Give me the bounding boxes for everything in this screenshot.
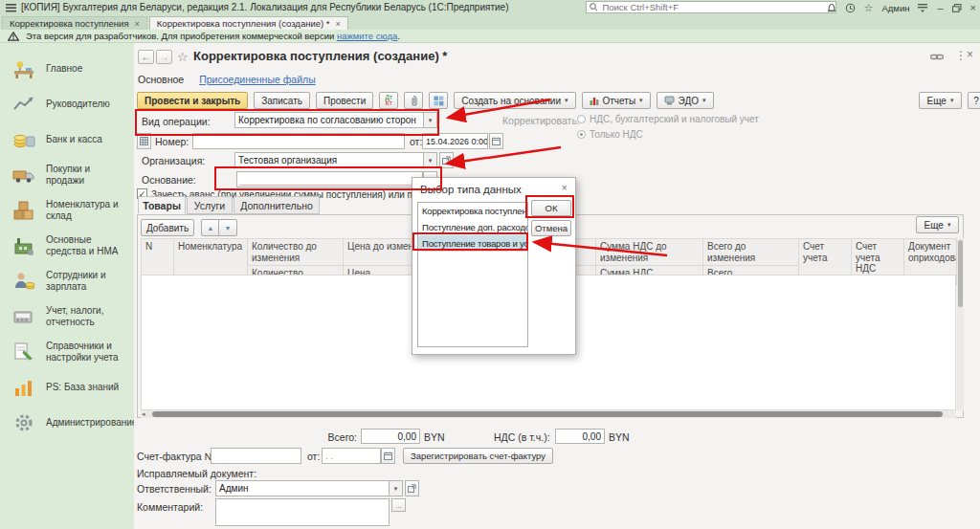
scroll-left-icon[interactable]: ◂ — [142, 410, 145, 418]
sections-panel: Главное Руководителю Банк и касса Покупк… — [0, 43, 134, 529]
vat-field[interactable]: 0,00 — [555, 429, 605, 444]
tab-additional[interactable]: Дополнительно — [234, 196, 320, 214]
total-label: Всего: — [280, 431, 357, 443]
tab-close-icon[interactable]: × — [336, 19, 341, 29]
show-postings-button[interactable]: ДтКт — [379, 92, 398, 109]
sidebar-item-inventory[interactable]: Номенклатура и склад — [0, 192, 134, 228]
sidebar-item-manager[interactable]: Руководителю — [0, 86, 134, 121]
window-tab-document[interactable]: Корректировка поступления (создание) * × — [149, 16, 348, 30]
dialog-close-icon[interactable]: × — [562, 182, 568, 193]
comment-textarea[interactable] — [215, 498, 390, 526]
organization-dropdown[interactable]: ▾ — [424, 152, 437, 168]
form-navigation: Основное Присоединенные файлы — [138, 74, 316, 85]
list-item-correction[interactable]: Корректировка поступления — [418, 203, 527, 219]
field-value: Админ — [219, 483, 249, 494]
table-horizontal-scrollbar[interactable]: ◂ — [141, 410, 956, 418]
adjust-label: Корректировать: — [502, 115, 580, 126]
commercial-version-link[interactable]: нажмите сюда — [337, 31, 397, 41]
list-item-additional-expenses[interactable]: Поступление доп. расходов — [418, 219, 527, 235]
operation-type-field[interactable]: Корректировка по согласованию сторон — [234, 112, 424, 128]
post-button[interactable]: Провести — [316, 92, 373, 109]
nav-main-link[interactable]: Основное — [138, 74, 184, 85]
close-form-icon[interactable]: × — [967, 48, 973, 61]
invoice-calendar-button[interactable] — [381, 448, 395, 464]
move-row-down-button[interactable]: ▼ — [218, 219, 237, 236]
main-menu-icon[interactable] — [6, 4, 17, 12]
user-menu[interactable]: Админ — [881, 3, 909, 13]
invoice-date-field[interactable]: . . — [322, 448, 381, 464]
responsible-open-button[interactable] — [405, 480, 419, 496]
scrollbar-thumb[interactable] — [958, 240, 963, 307]
trend-chart-icon — [10, 93, 38, 116]
radio-label: Только НДС — [590, 129, 643, 140]
forward-button[interactable]: → — [156, 50, 172, 64]
dropdown-icon: ▾ — [639, 97, 643, 104]
add-row-button[interactable]: Добавить — [141, 219, 194, 236]
attachments-button[interactable] — [404, 92, 423, 109]
sidebar-item-accounting-reports[interactable]: Учет, налоги, отчетность — [0, 298, 134, 334]
post-and-close-button[interactable]: Провести и закрыть — [137, 92, 248, 109]
button-label: ЭДО — [679, 96, 699, 106]
number-settings-button[interactable] — [137, 133, 151, 149]
operation-type-dropdown[interactable]: ▾ — [424, 112, 437, 128]
favorites-star-icon[interactable]: ☆ — [864, 1, 874, 14]
tab-services[interactable]: Услуги — [187, 196, 233, 214]
organization-field[interactable]: Тестовая организация — [234, 152, 424, 168]
sidebar-item-staff-salary[interactable]: Сотрудники и зарплата — [0, 263, 134, 298]
comment-expand-button[interactable]: ... — [391, 498, 406, 512]
window-title: [КОПИЯ] Бухгалтерия для Беларуси, редакц… — [21, 2, 508, 12]
radio-vat-accounting[interactable] — [577, 115, 586, 123]
dropdown-icon: ▾ — [950, 97, 954, 104]
table-vertical-scrollbar[interactable] — [957, 238, 964, 410]
dialog-cancel-button[interactable]: Отмена — [531, 220, 571, 236]
minimize-button[interactable]: – — [937, 1, 943, 14]
vat-label: НДС (в т.ч.): — [494, 431, 550, 443]
tab-goods[interactable]: Товары — [138, 196, 186, 214]
sidebar-item-administration[interactable]: Администрирование — [0, 405, 134, 440]
restore-button[interactable] — [952, 4, 962, 12]
window-tab-list[interactable]: Корректировка поступления × — [2, 16, 147, 30]
number-input[interactable] — [192, 133, 405, 149]
calendar-icon — [492, 137, 501, 145]
move-row-up-button[interactable]: ▲ — [201, 219, 220, 236]
scrollbar-thumb[interactable] — [152, 411, 943, 417]
date-field[interactable]: 15.04.2026 0:00:00 — [422, 133, 488, 149]
register-invoice-button[interactable]: Зарегистрировать счет-фактуру — [403, 448, 553, 464]
search-input[interactable] — [600, 1, 833, 13]
service-menu-icon[interactable] — [918, 4, 928, 12]
organization-open-button[interactable] — [439, 152, 454, 168]
sidebar-item-fixed-assets[interactable]: Основные средства и НМА — [0, 228, 134, 263]
favorite-star-icon[interactable]: ☆ — [177, 50, 189, 64]
list-item-goods-services[interactable]: Поступление товаров и услуг — [418, 235, 527, 252]
notifications-bell-icon[interactable] — [827, 3, 836, 13]
get-link-icon[interactable] — [930, 52, 944, 62]
history-icon[interactable] — [845, 3, 856, 13]
more-toolbar-button[interactable]: Еще▾ — [919, 92, 962, 109]
edo-button[interactable]: ЭДО▾ — [657, 92, 714, 109]
table-more-button[interactable]: Еще▾ — [916, 216, 959, 233]
save-button[interactable]: Записать — [254, 92, 310, 109]
invoice-number-input[interactable] — [211, 448, 301, 464]
tab-close-icon[interactable]: × — [135, 19, 140, 29]
more-menu-icon[interactable]: ⋮ — [955, 49, 967, 62]
fill-table-button[interactable] — [429, 92, 448, 109]
radio-vat-only[interactable] — [577, 130, 586, 139]
sidebar-item-settings-catalogs[interactable]: Справочники и настройки учета — [0, 334, 134, 369]
sidebar-item-bank-cash[interactable]: Банк и касса — [0, 121, 134, 157]
back-button[interactable]: ← — [138, 50, 154, 64]
close-window-button[interactable]: × — [970, 1, 976, 14]
help-button[interactable]: ? — [968, 92, 980, 109]
total-field[interactable]: 0,00 — [361, 429, 420, 444]
create-based-on-button[interactable]: Создать на основании▾ — [454, 92, 575, 109]
global-search[interactable] — [586, 1, 836, 13]
reports-button[interactable]: Отчеты▾ — [582, 92, 651, 109]
sidebar-item-purchases-sales[interactable]: Покупки и продажи — [0, 157, 134, 192]
calendar-button[interactable] — [489, 133, 503, 149]
sidebar-item-knowledge-base[interactable]: PS: База знаний — [0, 369, 134, 405]
dialog-ok-button[interactable]: ОК — [531, 200, 571, 216]
basis-field[interactable] — [236, 171, 423, 187]
responsible-field[interactable]: Админ — [215, 480, 390, 496]
sidebar-item-main[interactable]: Главное — [0, 51, 134, 86]
responsible-dropdown[interactable]: ▾ — [390, 480, 403, 496]
nav-attached-files-link[interactable]: Присоединенные файлы — [199, 74, 316, 85]
